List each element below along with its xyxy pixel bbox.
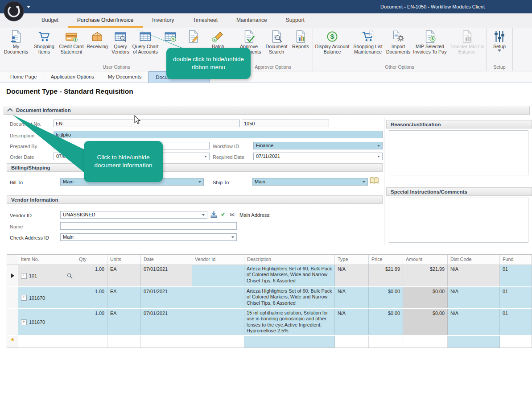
cell-type[interactable]: N/A <box>335 265 369 286</box>
expand-row-icon[interactable] <box>21 319 27 325</box>
document-information-header[interactable]: Document Information <box>4 106 530 115</box>
cell-date[interactable]: 07/01/2021 <box>141 287 192 308</box>
ribbon-button-query-vendors[interactable]: Query Vendors <box>109 29 132 55</box>
cell-dist-code[interactable]: N/A <box>448 265 500 286</box>
cell-vendor-id[interactable] <box>192 336 244 348</box>
ribbon-button-shopping-items[interactable]: Shopping Items <box>31 29 58 55</box>
cell-date[interactable]: 07/01/2021 <box>141 309 192 335</box>
column-header-item-no[interactable]: Item No. <box>18 255 76 265</box>
cell-units[interactable] <box>107 336 141 348</box>
cell-fund[interactable]: 01 <box>500 309 532 335</box>
ship-to-dropdown[interactable]: Main <box>252 178 368 186</box>
ribbon-button-document-search[interactable]: Document Search <box>263 29 290 55</box>
column-header-price[interactable]: Price <box>369 255 403 265</box>
required-date-dropdown[interactable]: 07/11/2021 <box>253 153 383 160</box>
row-selector[interactable] <box>7 336 18 348</box>
ribbon-tab-support[interactable]: Support <box>276 13 314 28</box>
cell-price[interactable]: $21.99 <box>369 265 403 286</box>
ribbon-tab-inventory[interactable]: Inventory <box>143 13 183 28</box>
description-field[interactable] <box>54 131 383 138</box>
expand-row-icon[interactable] <box>21 295 27 301</box>
cell-units[interactable]: EA <box>107 287 141 308</box>
cell-units[interactable]: EA <box>107 265 141 286</box>
cell-fund[interactable]: 01 <box>500 287 532 308</box>
cell-dist-code[interactable]: N/A <box>448 309 500 335</box>
column-header-vendor-id[interactable]: Vendor Id <box>192 255 244 265</box>
workflow-id-dropdown[interactable]: Finance <box>253 142 383 149</box>
app-logo-icon[interactable] <box>4 1 24 21</box>
cell-description[interactable]: 15 ml ophthalmic solution, Solution for … <box>244 309 335 335</box>
cell-fund[interactable]: 01 <box>500 265 532 286</box>
ribbon-button-import-documents[interactable]: Import Documents <box>386 29 411 55</box>
cell-amount[interactable]: $21.99 <box>403 265 448 286</box>
cell-price[interactable] <box>369 336 403 348</box>
column-header-dist-code[interactable]: Dist Code <box>448 255 500 265</box>
ribbon-tab-timesheet[interactable]: Timesheet <box>183 13 227 28</box>
vendor-id-dropdown[interactable]: UNASSIGNED <box>60 211 207 219</box>
expand-row-icon[interactable] <box>21 273 27 279</box>
cell-amount[interactable] <box>403 336 448 348</box>
cell-description[interactable]: Arteza Highlighters Set of 60, Bulk Pack… <box>244 287 335 308</box>
cell-item-no[interactable]: 101 <box>18 265 76 286</box>
column-header-description[interactable]: Description <box>244 255 335 265</box>
reason-justification-textarea[interactable] <box>389 130 528 175</box>
ribbon-button-receiving[interactable]: Receiving <box>85 29 109 50</box>
tab-home-page[interactable]: Home Page <box>4 71 44 83</box>
cell-date[interactable] <box>141 336 192 348</box>
ribbon-button-reports[interactable]: Reports <box>290 29 311 50</box>
column-header-units[interactable]: Units <box>107 255 141 265</box>
cell-description[interactable]: Arteza Highlighters Set of 60, Bulk Pack… <box>244 265 335 286</box>
row-selector[interactable] <box>7 265 18 286</box>
document-no-number-field[interactable] <box>242 120 329 127</box>
cell-type[interactable] <box>335 336 369 348</box>
ribbon-button-my-documents[interactable]: My Documents <box>1 29 31 55</box>
ribbon-button-credit-card-statement[interactable]: Credit Card Statement <box>58 29 85 55</box>
address-book-icon[interactable] <box>369 177 379 185</box>
cell-qty[interactable] <box>76 336 107 348</box>
ribbon-button-unlabeled-2[interactable] <box>181 29 205 45</box>
document-no-prefix-field[interactable] <box>54 120 240 127</box>
column-header-date[interactable]: Date <box>141 255 192 265</box>
ribbon-tab-maintenance[interactable]: Maintenance <box>227 13 276 28</box>
ribbon-button-unlabeled-1[interactable] <box>159 29 181 45</box>
cell-vendor-id[interactable] <box>192 287 244 308</box>
approve-vendor-icon[interactable] <box>219 211 227 218</box>
cell-amount[interactable]: $0.00 <box>403 287 448 308</box>
cell-description[interactable] <box>244 336 335 348</box>
lookup-magnifier-icon[interactable] <box>66 273 73 279</box>
tab-my-documents[interactable]: My Documents <box>101 71 148 83</box>
column-header-type[interactable]: Type <box>335 255 369 265</box>
cell-price[interactable]: $0.00 <box>369 287 403 308</box>
cell-item-no[interactable] <box>18 336 76 348</box>
check-address-id-dropdown[interactable]: Main <box>60 233 237 241</box>
vendor-name-field[interactable] <box>60 222 237 230</box>
column-header-fund[interactable]: Fund <box>500 255 532 265</box>
cell-qty[interactable]: 1.00 <box>76 287 107 308</box>
cell-price[interactable]: $0.00 <box>369 309 403 335</box>
cell-qty[interactable]: 1.00 <box>76 309 107 335</box>
cell-qty[interactable]: 1.00 <box>76 265 107 286</box>
cell-units[interactable]: EA <box>107 309 141 335</box>
cell-vendor-id[interactable] <box>192 309 244 335</box>
special-instructions-textarea[interactable] <box>389 198 528 243</box>
envelope-icon[interactable] <box>228 211 236 218</box>
cell-item-no[interactable]: 101670 <box>18 287 76 308</box>
row-selector[interactable] <box>7 287 18 308</box>
collapse-chevron-icon[interactable] <box>7 108 13 114</box>
ribbon-button-shopping-list-maintenance[interactable]: Shopping List Maintenance <box>350 29 386 55</box>
ribbon-button-setup[interactable]: Setup <box>488 29 511 53</box>
cell-dist-code[interactable]: N/A <box>448 287 500 308</box>
ribbon-button-mip-selected-invoices-to-pay[interactable]: MIP Selected Invoices To Pay <box>411 29 449 55</box>
cell-amount[interactable]: $0.00 <box>403 309 448 335</box>
cell-item-no[interactable]: 101670 <box>18 309 76 335</box>
cell-type[interactable]: N/A <box>335 287 369 308</box>
tab-application-options[interactable]: Application Options <box>44 71 101 83</box>
cell-fund[interactable] <box>500 336 532 348</box>
row-selector[interactable] <box>7 309 18 335</box>
ribbon-tab-purchase-order-invoice[interactable]: Purchase Order/Invoice <box>68 13 143 28</box>
app-menu-caret-icon[interactable] <box>27 6 30 8</box>
import-vendor-icon[interactable] <box>210 211 218 218</box>
column-header-amount[interactable]: Amount <box>403 255 448 265</box>
column-header-qty[interactable]: Qty <box>76 255 107 265</box>
cell-date[interactable]: 07/01/2021 <box>141 265 192 286</box>
